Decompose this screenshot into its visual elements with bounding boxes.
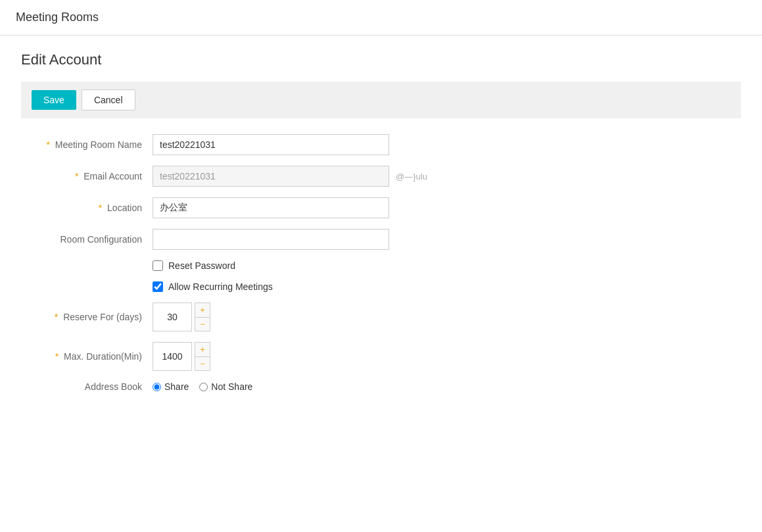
max-duration-spinner-buttons: + − <box>195 342 210 371</box>
address-book-share-option: Share <box>153 381 189 392</box>
required-marker: * <box>55 351 59 362</box>
reset-password-checkbox[interactable] <box>153 260 163 271</box>
address-book-row: Address Book Share Not Share <box>21 381 741 392</box>
max-duration-spinner: + − <box>153 342 210 371</box>
header-title: Meeting Rooms <box>16 11 746 24</box>
meeting-room-name-label: * Meeting Room Name <box>21 139 153 150</box>
location-input[interactable] <box>153 197 389 218</box>
location-label: * Location <box>21 203 153 213</box>
meeting-room-name-row: * Meeting Room Name <box>21 134 741 155</box>
required-marker: * <box>46 139 49 150</box>
reserve-for-increment-button[interactable]: + <box>195 302 210 317</box>
max-duration-input[interactable] <box>153 342 192 371</box>
max-duration-increment-button[interactable]: + <box>195 342 210 356</box>
edit-account-form: * Meeting Room Name * Email Account @—}u… <box>21 134 741 392</box>
reserve-for-spinner: + − <box>153 302 210 331</box>
required-marker: * <box>99 203 102 213</box>
reserve-for-label: * Reserve For (days) <box>21 312 153 322</box>
address-book-radio-group: Share Not Share <box>153 381 252 392</box>
cancel-button[interactable]: Cancel <box>82 89 135 110</box>
page-header: Meeting Rooms <box>0 0 762 36</box>
email-account-label: * Email Account <box>21 171 153 181</box>
required-marker: * <box>75 171 78 181</box>
required-marker: * <box>55 312 58 322</box>
location-row: * Location <box>21 197 741 218</box>
address-book-share-radio[interactable] <box>153 383 161 391</box>
allow-recurring-label[interactable]: Allow Recurring Meetings <box>168 281 273 292</box>
max-duration-decrement-button[interactable]: − <box>195 356 210 371</box>
email-account-row: * Email Account @—}ulu <box>21 166 741 187</box>
toolbar: Save Cancel <box>21 82 741 118</box>
reserve-for-row: * Reserve For (days) + − <box>21 302 741 331</box>
reset-password-row: Reset Password <box>153 260 741 271</box>
address-book-not-share-option: Not Share <box>199 381 252 392</box>
address-book-not-share-radio[interactable] <box>199 383 208 391</box>
email-account-input[interactable] <box>153 166 389 187</box>
room-configuration-label: Room Configuration <box>21 234 153 245</box>
allow-recurring-checkbox[interactable] <box>153 281 163 292</box>
reserve-for-input[interactable] <box>153 302 192 331</box>
main-content: Edit Account Save Cancel * Meeting Room … <box>0 36 762 418</box>
address-book-share-label[interactable]: Share <box>164 381 189 392</box>
max-duration-row: * Max. Duration(Min) + − <box>21 342 741 371</box>
address-book-label: Address Book <box>21 381 153 392</box>
reserve-for-decrement-button[interactable]: − <box>195 317 210 331</box>
save-button[interactable]: Save <box>32 90 76 110</box>
page-title: Edit Account <box>21 51 741 68</box>
reset-password-label[interactable]: Reset Password <box>168 260 235 271</box>
address-book-not-share-label[interactable]: Not Share <box>211 381 252 392</box>
room-configuration-input[interactable] <box>153 229 389 250</box>
allow-recurring-row: Allow Recurring Meetings <box>153 281 741 292</box>
meeting-room-name-input[interactable] <box>153 134 389 155</box>
email-suffix: @—}ulu <box>396 172 427 181</box>
max-duration-label: * Max. Duration(Min) <box>21 351 153 362</box>
reserve-for-spinner-buttons: + − <box>195 302 210 331</box>
room-configuration-row: Room Configuration <box>21 229 741 250</box>
